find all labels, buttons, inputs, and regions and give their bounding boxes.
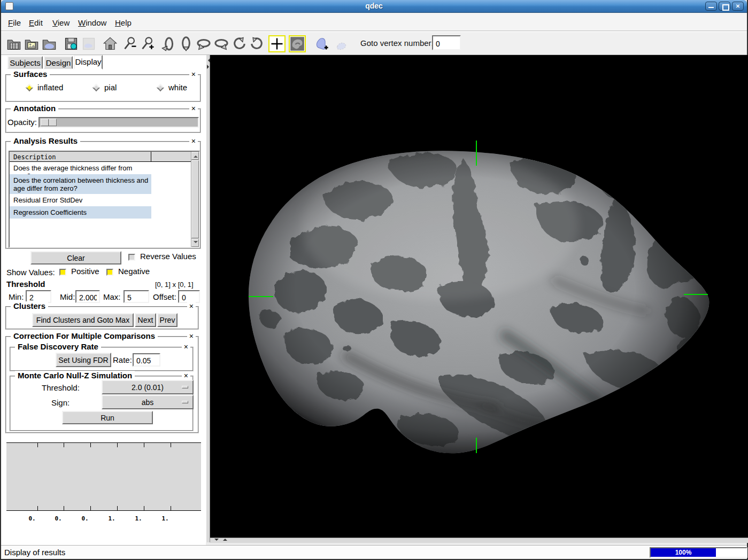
zoom-out-icon[interactable] [123, 36, 138, 51]
surfaces-group: Surfaces × inflated pial white [5, 74, 201, 102]
menu-bar: File Edit View Window Help [1, 13, 747, 31]
close-button[interactable]: ✕ [732, 2, 744, 11]
rotate-left-icon[interactable] [196, 36, 211, 51]
fdr-close-icon[interactable]: × [182, 343, 190, 351]
mc-sign-value: abs [142, 398, 154, 407]
rotate-right-icon[interactable] [214, 36, 229, 51]
rotate-up-icon[interactable] [161, 36, 176, 51]
add-marker-icon[interactable] [314, 36, 329, 51]
x-tick-label: 0. [26, 515, 38, 522]
tab-subjects[interactable]: Subjects [7, 56, 43, 69]
reverse-values-label[interactable]: Reverse Values [140, 252, 196, 261]
home-view-icon[interactable] [103, 36, 118, 51]
clusters-group: Clusters × Find Clusters and Goto Max Ne… [5, 306, 199, 330]
positive-checkbox[interactable] [59, 269, 66, 276]
collapse-left-icon[interactable] [206, 58, 210, 63]
vertical-splitter[interactable] [206, 55, 210, 542]
fdr-rate-label: Rate: [113, 355, 132, 364]
show-curvature-icon[interactable] [289, 35, 306, 52]
menu-edit[interactable]: Edit [27, 17, 45, 28]
menu-file[interactable]: File [6, 17, 23, 28]
list-item[interactable]: Residual Error StdDev [10, 194, 151, 206]
surfaces-title: Surfaces [11, 69, 50, 79]
set-using-fdr-button[interactable]: Set Using FDR [56, 353, 111, 367]
show-cursor-icon[interactable] [268, 35, 286, 52]
threshold-max-input[interactable] [124, 290, 149, 303]
progress-bar: 100% [650, 547, 747, 558]
roll-ccw-icon[interactable] [232, 36, 247, 51]
list-item[interactable]: Regression Coefficients [10, 206, 151, 219]
load-project-file-icon[interactable] [24, 36, 39, 51]
correction-close-icon[interactable]: × [187, 332, 196, 340]
load-data-table-icon[interactable] [6, 36, 21, 51]
x-tick-label: 0. [52, 515, 65, 522]
dropdown-indicator-icon [182, 386, 188, 388]
threshold-offset-input[interactable] [178, 290, 200, 303]
threshold-mid-input[interactable] [75, 290, 100, 303]
montecarlo-close-icon[interactable]: × [182, 371, 190, 380]
clear-button[interactable]: Clear [30, 251, 121, 265]
column-separator[interactable] [151, 152, 151, 162]
scroll-down-icon[interactable] [191, 239, 199, 247]
mc-sign-label: Sign: [51, 398, 70, 407]
run-simulation-button[interactable]: Run [62, 411, 153, 424]
clusters-close-icon[interactable]: × [187, 302, 196, 310]
save-label-icon-disabled [81, 36, 96, 51]
radio-pial[interactable] [92, 84, 100, 91]
radio-inflated-label[interactable]: inflated [37, 83, 63, 92]
x-tick-label: 1. [132, 515, 145, 522]
save-data-table-icon[interactable] [64, 36, 79, 51]
scroll-up-icon[interactable] [191, 152, 199, 160]
horizontal-splitter[interactable] [210, 538, 748, 543]
prev-cluster-button[interactable]: Prev [157, 313, 178, 327]
description-column-header[interactable]: Description [10, 152, 191, 162]
tab-display[interactable]: Display [74, 55, 103, 69]
analysis-results-close-icon[interactable]: × [189, 137, 198, 145]
title-bar[interactable]: qdec ✕ [1, 0, 747, 13]
fdr-title: False Discovery Rate [15, 342, 101, 351]
fdr-rate-input[interactable] [133, 353, 160, 367]
collapse-down-icon[interactable] [214, 539, 219, 543]
annotation-close-icon[interactable]: × [189, 104, 198, 113]
radio-pial-label[interactable]: pial [104, 83, 117, 92]
menu-help[interactable]: Help [113, 17, 134, 28]
radio-inflated[interactable] [26, 84, 33, 91]
opacity-slider-handle[interactable] [41, 119, 57, 126]
remove-marker-icon-disabled [334, 36, 349, 51]
radio-white-label[interactable]: white [168, 83, 187, 92]
application-window: qdec ✕ File Edit View Window Help [0, 0, 748, 560]
menu-view[interactable]: View [50, 17, 72, 28]
rotate-down-icon[interactable] [179, 36, 194, 51]
montecarlo-group: Monte Carlo Null-Z Simulation × Threshol… [10, 376, 194, 431]
zoom-in-icon[interactable] [141, 36, 156, 51]
maximize-button[interactable] [719, 2, 730, 11]
negative-label[interactable]: Negative [118, 267, 150, 276]
surfaces-close-icon[interactable]: × [189, 70, 198, 79]
positive-label[interactable]: Positive [71, 267, 99, 276]
correction-title: Correction For Multiple Comparisons [11, 331, 158, 340]
threshold-title: Threshold [6, 279, 45, 289]
minimize-button[interactable] [705, 2, 717, 11]
expand-up-icon[interactable] [223, 536, 227, 541]
goto-vertex-input[interactable] [432, 35, 461, 50]
correction-group: Correction For Multiple Comparisons × Fa… [5, 336, 199, 433]
radio-white[interactable] [157, 84, 164, 91]
reverse-values-checkbox[interactable] [128, 254, 135, 261]
threshold-range-text: [0, 1] x [0, 1] [155, 281, 194, 289]
next-cluster-button[interactable]: Next [135, 313, 156, 327]
opacity-slider[interactable] [38, 117, 199, 128]
tab-design[interactable]: Design [44, 56, 73, 69]
mc-threshold-dropdown[interactable]: 2.0 (0.01) [102, 380, 194, 394]
list-item[interactable]: Does the correlation between thickness a… [10, 174, 151, 194]
montecarlo-title: Monte Carlo Null-Z Simulation [15, 371, 135, 380]
load-label-icon[interactable] [42, 36, 57, 51]
roll-cw-icon[interactable] [249, 36, 264, 51]
scrollbar-thumb[interactable] [191, 160, 199, 238]
list-item[interactable]: Does the average thickness differ from z… [10, 162, 151, 174]
find-clusters-button[interactable]: Find Clusters and Goto Max [32, 313, 134, 327]
menu-window[interactable]: Window [76, 17, 109, 28]
mc-sign-dropdown[interactable]: abs [102, 395, 194, 409]
surface-viewport[interactable] [210, 55, 748, 538]
negative-checkbox[interactable] [106, 269, 113, 276]
results-scrollbar[interactable] [191, 152, 199, 247]
